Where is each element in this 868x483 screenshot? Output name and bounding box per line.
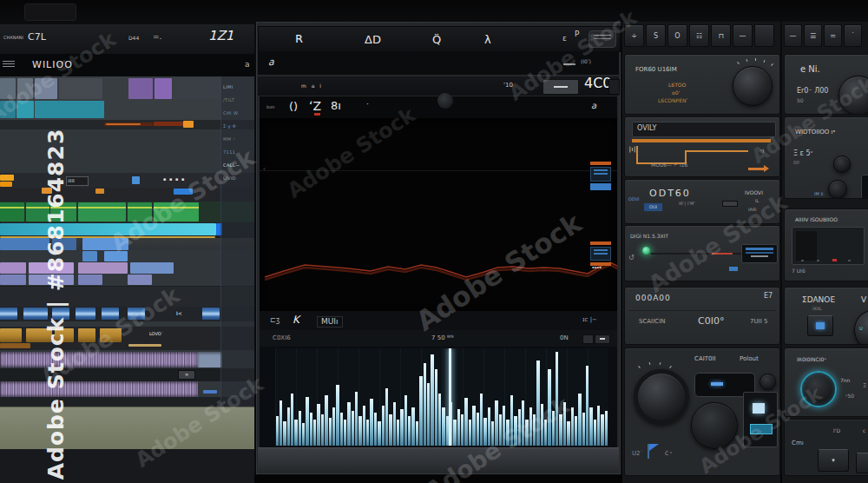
ftr-glyph-1[interactable]: ⊏ʒ [270,317,279,324]
clip[interactable] [29,262,74,274]
orange-level-bar[interactable] [632,139,771,142]
rack-button[interactable]: S [646,24,666,47]
clip[interactable] [16,101,34,118]
clip[interactable] [202,308,220,320]
clip[interactable] [29,275,74,285]
rotor-knob[interactable] [800,371,837,407]
clip[interactable] [128,202,152,222]
rack-button[interactable]: O [667,24,687,47]
clip[interactable] [82,251,97,261]
blue-flag-icon[interactable] [649,444,659,451]
rack-button[interactable]: ÷ [624,24,644,47]
rack-button[interactable]: — [784,24,802,47]
clip[interactable] [0,182,12,187]
rack-button[interactable]: ☷ [689,24,709,47]
clip[interactable] [35,78,57,99]
clip[interactable] [130,262,174,274]
dh-z-glyph[interactable]: ʻZ [309,100,321,112]
clip[interactable] [76,308,95,320]
toolbar-right-label[interactable]: 1Z1 [208,30,233,43]
glow-square[interactable] [753,403,765,414]
lane-menu-button[interactable]: ≡ [178,370,195,380]
playhead-cursor[interactable] [449,348,451,446]
clip[interactable] [50,202,76,222]
a-glyph[interactable]: a [268,57,274,67]
odt-dash-button[interactable] [722,201,738,207]
clip[interactable] [0,202,24,222]
inspector-item[interactable]: LIVID [223,175,253,181]
cyan-chip[interactable] [750,424,773,434]
inspector-item[interactable]: LIMI [223,84,253,89]
orange-chip-2[interactable] [590,242,611,245]
clip[interactable] [128,275,152,285]
clip[interactable] [174,78,221,99]
dh-paren-glyph[interactable]: () [289,101,298,112]
inspector-item[interactable]: CALL— [223,162,253,168]
clip[interactable] [78,202,126,222]
rack-button[interactable] [754,24,774,47]
mini-slider[interactable] [563,63,575,65]
master-big-knob[interactable] [634,369,689,425]
inspector-item[interactable]: /TILT [223,97,253,103]
clip[interactable] [0,352,198,367]
key-down-button[interactable]: ▾ [818,449,849,472]
clip[interactable] [95,189,104,194]
epsilon-button[interactable]: ε [562,35,567,43]
header-knob[interactable] [437,93,453,109]
clip[interactable] [104,251,128,261]
blue-chipbox-1[interactable] [590,167,611,182]
inspector-item[interactable]: CHI W [223,110,253,116]
master-knob-2[interactable] [691,402,738,449]
preset-button[interactable] [589,30,616,48]
rack-button[interactable]: ☰ [804,24,822,47]
clip[interactable] [0,223,216,235]
master-small-button[interactable] [760,374,776,390]
odt-blue-chip[interactable]: OUI [644,203,662,211]
blue-chipbox-2[interactable] [590,247,611,261]
blue-marker-icon[interactable] [132,176,140,184]
list-lines-icon[interactable] [3,59,15,69]
inspector-item[interactable]: MM ˣ [223,136,253,142]
clip[interactable] [128,78,153,99]
clip[interactable] [0,101,16,118]
window-tab[interactable] [24,3,76,21]
clip[interactable] [78,328,95,342]
eq-glyph-button[interactable]: =. [153,33,161,41]
clip[interactable] [0,238,49,250]
clip[interactable] [0,328,22,342]
clip[interactable] [174,189,193,195]
filter-knob[interactable] [733,66,773,106]
clip[interactable] [42,188,52,194]
marker-box[interactable]: I88 [66,176,89,186]
eni-knob[interactable] [838,76,868,115]
value-side-button[interactable] [608,79,620,95]
digi-readout[interactable] [741,244,778,263]
track-area[interactable]: I88 ▪ ▪ ▪ ▪ I< LOVO˙ ≡ LIMI/TILTCHI WΣ·χ… [0,76,254,483]
clip[interactable] [0,175,14,181]
clip[interactable] [52,238,76,250]
clip[interactable] [0,343,30,348]
value-button[interactable] [542,79,579,95]
orange-chip-1[interactable] [590,162,611,165]
clip[interactable] [154,202,199,222]
tool-glyph-button[interactable]: C7L [28,32,46,42]
width-knob-2[interactable] [828,180,847,199]
clip[interactable] [198,352,222,367]
rack-button[interactable]: ≂ [824,24,842,47]
dh-right-glyph[interactable]: a [591,102,596,110]
clip[interactable] [106,123,141,125]
clip[interactable] [128,308,145,320]
clip[interactable] [23,308,48,320]
clip[interactable] [78,262,128,274]
clip[interactable] [17,78,33,99]
clip[interactable] [0,262,26,274]
blue-chip-1[interactable] [590,183,611,190]
digi-blue-chip[interactable] [729,267,738,271]
clip[interactable] [100,328,122,342]
clip[interactable] [102,308,119,320]
clip[interactable] [0,381,198,397]
width-knob-1[interactable] [833,155,851,173]
clip[interactable] [26,202,49,222]
clip[interactable] [128,344,161,347]
clip[interactable] [0,78,16,99]
